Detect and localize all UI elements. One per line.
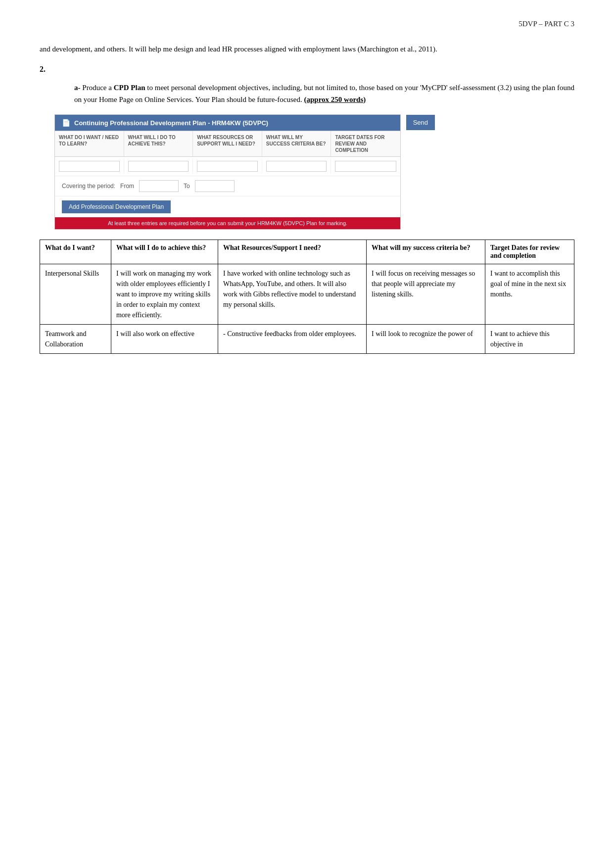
word-count-note: (approx 250 words) — [304, 96, 366, 103]
row2-col3: - Constructive feedbacks from older empl… — [218, 325, 366, 354]
section-number: 2. — [40, 65, 574, 74]
col-header-3: WHAT RESOURCES OR SUPPORT WILL I NEED? — [193, 131, 262, 156]
th-dates: Target Dates for review and completion — [485, 240, 574, 264]
col-header-1: WHAT DO I WANT / NEED TO LEARN? — [55, 131, 124, 156]
row1-col4: I will focus on receiving messages so th… — [366, 264, 485, 325]
to-label: To — [184, 183, 190, 190]
cpd-warning-text: At least three entries are required befo… — [55, 217, 400, 229]
subsection-a: a- Produce a CPD Plan to meet personal d… — [59, 82, 574, 105]
cpd-input-row — [55, 157, 400, 176]
body-paragraph-1: and development, and others. It will hel… — [40, 43, 574, 55]
input-cell-5 — [331, 159, 400, 174]
th-want: What do I want? — [40, 240, 111, 264]
covering-label: Covering the period: — [62, 183, 115, 190]
th-resources: What Resources/Support I need? — [218, 240, 366, 264]
cpd-main-table: What do I want? What will I do to achiev… — [40, 240, 574, 354]
cpd-widget-header: 📄 Continuing Professional Development Pl… — [55, 115, 400, 131]
input-cell-2 — [124, 159, 193, 174]
row2-col2: I will also work on effective — [111, 325, 218, 354]
document-icon: 📄 — [62, 119, 70, 127]
add-professional-plan-button[interactable]: Add Professional Development Plan — [62, 200, 171, 213]
input-criteria[interactable] — [266, 161, 327, 172]
cpd-column-headers: WHAT DO I WANT / NEED TO LEARN? WHAT WIL… — [55, 131, 400, 157]
row1-col2: I will work on managing my work with old… — [111, 264, 218, 325]
col-header-2: WHAT WILL I DO TO ACHIEVE THIS? — [124, 131, 193, 156]
row2-col1: Teamwork and Collaboration — [40, 325, 111, 354]
subsection-a-label: a- — [74, 84, 81, 92]
header-text: 5DVP – PART C 3 — [519, 20, 574, 28]
input-cell-3 — [193, 159, 262, 174]
th-criteria: What will my success criteria be? — [366, 240, 485, 264]
cpd-widget: 📄 Continuing Professional Development Pl… — [54, 114, 401, 230]
add-btn-container: Add Professional Development Plan — [55, 196, 400, 217]
input-achieve[interactable] — [128, 161, 189, 172]
table-header-row: What do I want? What will I do to achiev… — [40, 240, 574, 264]
table-row: Teamwork and Collaboration I will also w… — [40, 325, 574, 354]
row1-col5: I want to accomplish this goal of mine i… — [485, 264, 574, 325]
page-header: 5DVP – PART C 3 — [40, 20, 574, 28]
covering-period: Covering the period: From To — [55, 176, 400, 196]
input-resources[interactable] — [197, 161, 258, 172]
th-achieve: What will I do to achieve this? — [111, 240, 218, 264]
row1-col3: I have worked with online technology suc… — [218, 264, 366, 325]
input-learn[interactable] — [59, 161, 120, 172]
from-label: From — [120, 183, 134, 190]
table-row: Interpersonal Skills I will work on mana… — [40, 264, 574, 325]
subsection-a-text: a- Produce a CPD Plan to meet personal d… — [74, 82, 574, 105]
to-input[interactable] — [195, 180, 235, 192]
col-header-4: WHAT WILL MY SUCCESS CRITERIA BE? — [262, 131, 331, 156]
cpd-widget-title: Continuing Professional Development Plan… — [74, 119, 268, 127]
row1-col1: Interpersonal Skills — [40, 264, 111, 325]
from-input[interactable] — [139, 180, 179, 192]
row2-col5: I want to achieve this objective in — [485, 325, 574, 354]
cpd-plan-bold: CPD Plan — [114, 84, 145, 92]
send-button[interactable]: Send — [406, 115, 435, 130]
row2-col4: I will look to recognize the power of — [366, 325, 485, 354]
input-dates[interactable] — [335, 161, 396, 172]
input-cell-4 — [262, 159, 331, 174]
col-header-5: TARGET DATES FOR REVIEW AND COMPLETION — [331, 131, 400, 156]
input-cell-1 — [55, 159, 124, 174]
